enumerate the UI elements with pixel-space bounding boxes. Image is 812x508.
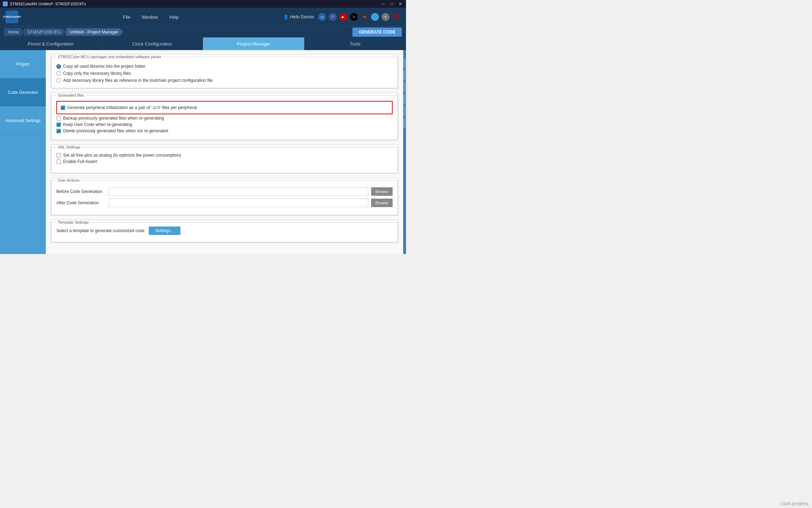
window-title: STM32CubeMX Untitled*: STM32F103C8Tx xyxy=(10,2,86,6)
checkbox-keep-user-code[interactable]: Keep User Code when re-generating xyxy=(56,122,393,127)
main-content: Project Code Generator Advanced Settings… xyxy=(0,50,406,254)
nav-menu: File Window Help xyxy=(32,14,269,20)
github-icon[interactable]: ⌥ xyxy=(361,13,368,21)
mcu-packages-options: Copy all used libraries into the project… xyxy=(56,64,393,83)
logo-area: STM32 CubeMX xyxy=(6,11,18,23)
checkbox-backup-input[interactable] xyxy=(56,116,61,121)
app-icon xyxy=(3,1,8,6)
tab-tools[interactable]: Tools xyxy=(304,37,406,50)
highlighted-checkbox-container: Generate peripheral initialization as a … xyxy=(56,101,393,114)
user-actions-section: User Actions Before Code Generation Brow… xyxy=(51,178,398,216)
hal-settings-section: HAL Settings Set all free pins as analog… xyxy=(51,145,398,174)
template-row: Select a template to generate customized… xyxy=(56,226,393,235)
icon-10[interactable]: 10 xyxy=(318,13,326,21)
before-code-label: Before Code Generation xyxy=(56,189,106,194)
radio-add-reference[interactable]: Add necessary library files as reference… xyxy=(56,78,393,83)
checkbox-delete-prev-input[interactable] xyxy=(56,129,61,133)
radio-add-reference-input[interactable] xyxy=(56,78,61,83)
generate-code-button[interactable]: GENERATE CODE xyxy=(352,28,402,37)
maximize-button[interactable]: □ xyxy=(389,1,395,7)
generated-files-title: Generated files xyxy=(56,93,86,97)
side-tab-mark-5 xyxy=(404,106,406,116)
side-tabs xyxy=(403,50,406,254)
title-bar-controls: ─ □ ✕ xyxy=(381,1,403,7)
facebook-icon[interactable]: f xyxy=(329,13,337,21)
checkbox-analog-pins[interactable]: Set all free pins as analog (to optimize… xyxy=(56,153,393,158)
side-tab-mark-6 xyxy=(404,118,406,128)
tab-clock[interactable]: Clock Configuration xyxy=(102,37,203,50)
after-code-label: After Code Generation xyxy=(56,200,106,205)
breadcrumb: Home STM32F103C8Tx Untitled - Project Ma… xyxy=(0,26,406,37)
nav-help[interactable]: Help xyxy=(169,14,179,20)
app-logo: STM32 CubeMX xyxy=(6,11,18,23)
checkbox-backup[interactable]: Backup previously generated files when r… xyxy=(56,116,393,121)
mcu-packages-section: STM32Cube MCU packages and embedded soft… xyxy=(51,54,398,89)
generated-files-section: Generated files Generate peripheral init… xyxy=(51,93,398,140)
before-code-input[interactable] xyxy=(109,187,368,196)
sidebar-item-code-generator[interactable]: Code Generator xyxy=(0,78,46,107)
checkbox-full-assert[interactable]: Enable Full Assert xyxy=(56,159,393,164)
title-bar-left: STM32CubeMX Untitled*: STM32F103C8Tx xyxy=(3,1,86,6)
top-nav: STM32 CubeMX File Window Help 👤 Hello De… xyxy=(0,8,406,26)
breadcrumb-project[interactable]: Untitled - Project Manager xyxy=(66,28,123,36)
template-settings-title: Template Settings xyxy=(56,220,90,224)
checkbox-full-assert-input[interactable] xyxy=(56,159,61,164)
checkbox-keep-user-code-input[interactable] xyxy=(56,122,61,127)
nav-right: 👤 Hello Dennis 10 f ▶ 𝕏 ⌥ 🌐 ✳ ST xyxy=(283,13,400,21)
radio-copy-necessary-input[interactable] xyxy=(56,71,61,76)
checkbox-analog-pins-input[interactable] xyxy=(56,153,61,158)
side-tab-mark-3 xyxy=(404,82,406,92)
network-icon[interactable]: ✳ xyxy=(382,13,389,21)
minimize-button[interactable]: ─ xyxy=(381,1,386,7)
youtube-icon[interactable]: ▶ xyxy=(339,13,347,21)
tab-pinout[interactable]: Pinout & Configuration xyxy=(0,37,102,50)
checkbox-pair-files[interactable]: Generate peripheral initialization as a … xyxy=(61,105,388,110)
nav-file[interactable]: File xyxy=(123,14,130,20)
breadcrumb-mcu[interactable]: STM32F103C8Tx xyxy=(24,28,66,36)
close-button[interactable]: ✕ xyxy=(398,1,403,7)
content-area: STM32Cube MCU packages and embedded soft… xyxy=(46,50,403,254)
side-tab-mark-2 xyxy=(404,70,406,80)
sidebar: Project Code Generator Advanced Settings xyxy=(0,50,46,254)
twitter-icon[interactable]: 𝕏 xyxy=(350,13,358,21)
after-code-row: After Code Generation Browse xyxy=(56,199,393,207)
radio-copy-all[interactable]: Copy all used libraries into the project… xyxy=(56,64,393,69)
tab-project-manager[interactable]: Project Manager xyxy=(203,37,304,50)
user-greeting: 👤 Hello Dennis xyxy=(283,14,314,19)
template-settings-button[interactable]: Settings... xyxy=(149,226,180,235)
before-browse-button[interactable]: Browse xyxy=(371,187,393,196)
sidebar-item-advanced-settings[interactable]: Advanced Settings xyxy=(0,107,46,135)
radio-copy-all-input[interactable] xyxy=(56,64,61,69)
after-code-input[interactable] xyxy=(109,199,368,207)
mcu-packages-title: STM32Cube MCU packages and embedded soft… xyxy=(56,55,162,59)
hal-settings-title: HAL Settings xyxy=(56,145,82,149)
side-tab-mark-1 xyxy=(404,58,406,68)
social-icons: 10 f ▶ 𝕏 ⌥ 🌐 ✳ ST xyxy=(318,13,400,21)
user-actions-title: User Actions xyxy=(56,178,81,182)
st-logo: ST xyxy=(392,13,400,21)
template-label: Select a template to generate customized… xyxy=(56,228,144,233)
tab-bar: Pinout & Configuration Clock Configurati… xyxy=(0,37,406,50)
radio-copy-necessary[interactable]: Copy only the necessary library files xyxy=(56,71,393,76)
breadcrumb-home[interactable]: Home xyxy=(4,28,24,36)
checkbox-pair-files-input[interactable] xyxy=(61,105,65,110)
checkbox-delete-prev[interactable]: Delete previously generated files when n… xyxy=(56,128,393,133)
title-bar: STM32CubeMX Untitled*: STM32F103C8Tx ─ □… xyxy=(0,0,406,8)
sidebar-item-project[interactable]: Project xyxy=(0,50,46,78)
nav-window[interactable]: Window xyxy=(142,14,158,20)
globe-icon[interactable]: 🌐 xyxy=(371,13,379,21)
after-browse-button[interactable]: Browse xyxy=(371,199,393,207)
before-code-row: Before Code Generation Browse xyxy=(56,187,393,196)
side-tab-mark-4 xyxy=(404,94,406,104)
template-settings-section: Template Settings Select a template to g… xyxy=(51,220,398,243)
